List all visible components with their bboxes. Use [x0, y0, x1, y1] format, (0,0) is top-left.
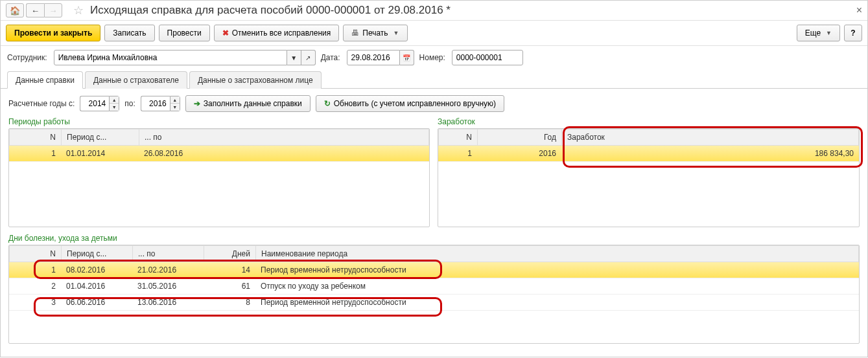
cell-from: 08.02.2016 — [61, 262, 132, 278]
table-row[interactable]: 2 01.04.2016 31.05.2016 61 Отпуск по ухо… — [9, 278, 859, 295]
earnings-table[interactable]: N Год Заработок — [438, 129, 859, 146]
tab-reference-data[interactable]: Данные справки — [7, 71, 83, 89]
cancel-changes-label: Отменить все исправления — [232, 28, 331, 38]
cell-from: 01.01.2014 — [61, 146, 139, 162]
favorite-icon[interactable]: ☆ — [73, 3, 84, 17]
printer-icon: 🖶 — [351, 28, 359, 38]
cell-to: 21.02.2016 — [132, 262, 204, 278]
cell-from: 01.04.2016 — [61, 278, 132, 295]
cell-n: 1 — [9, 146, 61, 162]
spin-down-icon[interactable]: ▼ — [170, 104, 180, 111]
spin-down-icon[interactable]: ▼ — [110, 104, 119, 111]
spin-up-icon[interactable]: ▲ — [170, 96, 180, 104]
tab-body: Расчетные годы с: ▲▼ по: ▲▼ ➔ Заполнить … — [1, 89, 867, 357]
table-row[interactable]: 1 2016 186 834,30 — [438, 146, 859, 162]
cell-days: 8 — [204, 295, 255, 311]
arrow-right-icon: ➔ — [194, 99, 200, 108]
form-row: Сотрудник: ▼ ↗ Дата: 📅 Номер: — [1, 46, 867, 69]
cancel-changes-button[interactable]: ✖ Отменить все исправления — [214, 25, 340, 41]
col-n: N — [10, 246, 62, 262]
cell-n: 2 — [9, 278, 61, 295]
cell-amount: 186 834,30 — [561, 146, 859, 162]
cell-year: 2016 — [477, 146, 561, 162]
year-to-label: по: — [124, 99, 135, 108]
open-icon[interactable]: ↗ — [301, 50, 316, 65]
year-from-field[interactable] — [80, 96, 109, 111]
back-button[interactable]: ← — [26, 3, 44, 17]
col-name: Наименование периода — [256, 246, 859, 262]
help-button[interactable]: ? — [844, 25, 862, 41]
col-days: Дней — [204, 246, 256, 262]
print-label: Печать — [362, 28, 388, 38]
refresh-label: Обновить (с учетом исправленного вручную… — [334, 99, 496, 108]
col-amount: Заработок — [562, 129, 859, 146]
table-row[interactable]: 3 06.06.2016 13.06.2016 8 Период временн… — [9, 295, 859, 311]
employee-field[interactable] — [54, 50, 287, 65]
col-from: Период с... — [62, 246, 133, 262]
years-from-label: Расчетные годы с: — [8, 99, 75, 108]
number-label: Номер: — [419, 53, 445, 62]
sickdays-table[interactable]: N Период с... ... по Дней Наименование п… — [9, 245, 859, 262]
date-label: Дата: — [321, 53, 340, 62]
cell-to: 31.05.2016 — [132, 278, 204, 295]
cell-name: Период временной нетрудоспособности — [255, 295, 859, 311]
toolbar: Провести и закрыть Записать Провести ✖ О… — [1, 21, 867, 46]
cell-n: 1 — [438, 146, 477, 162]
fill-button[interactable]: ➔ Заполнить данные справки — [185, 95, 311, 112]
col-n: N — [439, 129, 478, 146]
cell-name: Период временной нетрудоспособности — [255, 262, 859, 278]
cell-to: 13.06.2016 — [132, 295, 204, 311]
print-button[interactable]: 🖶 Печать ▼ — [343, 25, 407, 41]
save-button[interactable]: Записать — [104, 25, 154, 41]
col-n: N — [10, 129, 62, 146]
fill-label: Заполнить данные справки — [204, 99, 302, 108]
post-and-close-button[interactable]: Провести и закрыть — [6, 25, 100, 41]
date-field[interactable] — [347, 50, 400, 65]
earnings-title: Заработок — [438, 117, 860, 126]
employee-label: Сотрудник: — [7, 53, 47, 62]
number-field[interactable] — [452, 50, 523, 65]
chevron-down-icon: ▼ — [826, 30, 832, 36]
table-row[interactable]: 1 01.01.2014 26.08.2016 — [9, 146, 429, 162]
cell-days: 61 — [204, 278, 255, 295]
refresh-button[interactable]: ↻ Обновить (с учетом исправленного вручн… — [316, 95, 504, 112]
cell-n: 1 — [9, 262, 61, 278]
more-label: Еще — [805, 28, 821, 38]
calendar-icon[interactable]: 📅 — [400, 50, 414, 65]
forward-button[interactable]: → — [44, 3, 62, 17]
cell-n: 3 — [9, 295, 61, 311]
titlebar: 🏠 ← → ☆ Исходящая справка для расчета по… — [1, 1, 867, 21]
periods-title: Периоды работы — [8, 117, 430, 126]
table-row[interactable]: 1 08.02.2016 21.02.2016 14 Период времен… — [9, 262, 859, 278]
window-title: Исходящая справка для расчета пособий 00… — [90, 4, 451, 17]
year-to-field[interactable] — [141, 96, 170, 111]
tab-insurer-data[interactable]: Данные о страхователе — [85, 71, 187, 89]
col-from: Период с... — [62, 129, 139, 146]
col-year: Год — [478, 129, 562, 146]
cell-days: 14 — [204, 262, 255, 278]
sickdays-title: Дни болезни, ухода за детьми — [8, 234, 860, 243]
cell-to: 26.08.2016 — [139, 146, 429, 162]
col-to: ... по — [139, 129, 429, 146]
cancel-icon: ✖ — [222, 28, 229, 38]
years-subrow: Расчетные годы с: ▲▼ по: ▲▼ ➔ Заполнить … — [8, 95, 860, 112]
cell-name: Отпуск по уходу за ребенком — [255, 278, 859, 295]
col-to: ... по — [133, 246, 204, 262]
more-button[interactable]: Еще ▼ — [797, 25, 840, 41]
close-icon[interactable]: × — [856, 5, 862, 16]
post-button[interactable]: Провести — [159, 25, 210, 41]
cell-from: 06.06.2016 — [61, 295, 132, 311]
tab-insured-data[interactable]: Данные о застрахованном лице — [189, 71, 322, 89]
tabs: Данные справки Данные о страхователе Дан… — [1, 71, 867, 89]
home-button[interactable]: 🏠 — [6, 3, 24, 17]
spin-up-icon[interactable]: ▲ — [110, 96, 119, 104]
chevron-down-icon: ▼ — [393, 30, 399, 36]
periods-table[interactable]: N Период с... ... по — [9, 129, 429, 146]
refresh-icon: ↻ — [324, 99, 331, 108]
dropdown-icon[interactable]: ▼ — [287, 50, 301, 65]
